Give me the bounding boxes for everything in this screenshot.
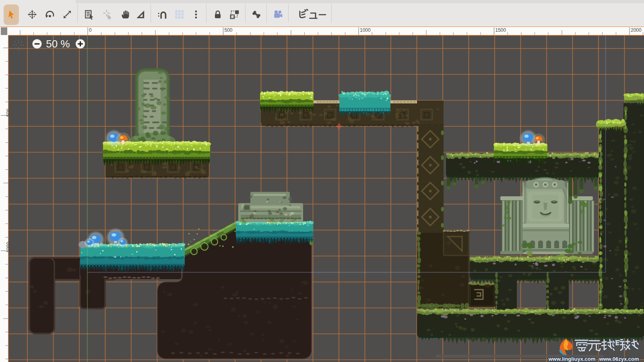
svg-text:www.06zyx.com: www.06zyx.com (599, 356, 639, 362)
svg-text:www.lingliuyx.com: www.lingliuyx.com (548, 356, 596, 362)
svg-text:50 %: 50 % (46, 38, 70, 50)
